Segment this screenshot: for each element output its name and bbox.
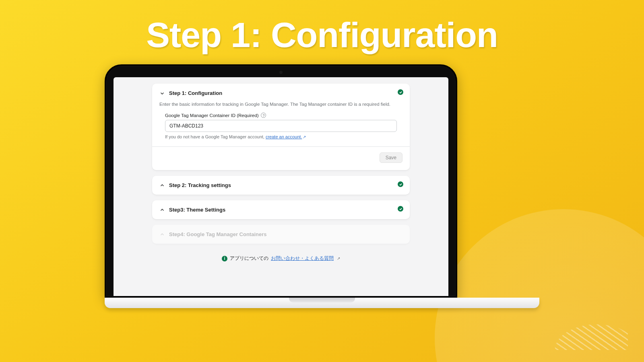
step3-title: Step3: Theme Settings bbox=[169, 207, 225, 213]
container-id-helper: If you do not have a Google Tag Manager … bbox=[165, 134, 397, 139]
container-id-label: Google Tag Manager Container ID (Require… bbox=[165, 113, 397, 118]
step1-card: Step 1: Configuration Enter the basic in… bbox=[152, 84, 410, 170]
step2-title: Step 2: Tracking settings bbox=[169, 182, 231, 188]
laptop-mockup: Step 1: Configuration Enter the basic in… bbox=[105, 64, 539, 308]
step4-card: Step4: Google Tag Manager Containers bbox=[152, 225, 410, 244]
footer-help-link[interactable]: お問い合わせ・よくある質問 bbox=[271, 255, 334, 262]
chevron-up-icon bbox=[159, 183, 165, 188]
external-link-icon: ↗ bbox=[303, 135, 306, 139]
step4-title: Step4: Google Tag Manager Containers bbox=[169, 231, 266, 237]
step1-title: Step 1: Configuration bbox=[169, 90, 222, 96]
help-icon[interactable]: ? bbox=[261, 113, 266, 118]
step1-description: Enter the basic information for tracking… bbox=[159, 101, 402, 108]
chevron-up-icon bbox=[159, 232, 165, 237]
step1-body: Enter the basic information for tracking… bbox=[152, 101, 410, 170]
laptop-lid: Step 1: Configuration Enter the basic in… bbox=[105, 64, 457, 298]
laptop-base bbox=[105, 298, 539, 308]
container-id-label-text: Google Tag Manager Container ID (Require… bbox=[165, 113, 258, 118]
create-account-link[interactable]: create an account. bbox=[266, 134, 302, 139]
chevron-down-icon bbox=[159, 90, 165, 96]
step3-header[interactable]: Step3: Theme Settings bbox=[152, 200, 410, 219]
footer-help-line: i アプリについてのお問い合わせ・よくある質問 ↗ bbox=[152, 255, 410, 262]
helper-prefix: If you do not have a Google Tag Manager … bbox=[165, 134, 266, 139]
step2-card: Step 2: Tracking settings bbox=[152, 176, 410, 195]
chevron-up-icon bbox=[159, 207, 165, 213]
save-button[interactable]: Save bbox=[380, 152, 402, 163]
container-id-input[interactable] bbox=[165, 120, 397, 132]
footer-prefix: アプリについての bbox=[230, 255, 268, 262]
hero-title: Step 1: Configuration bbox=[0, 14, 644, 56]
external-link-icon: ↗ bbox=[337, 256, 340, 261]
step2-header[interactable]: Step 2: Tracking settings bbox=[152, 176, 410, 195]
status-complete-icon bbox=[398, 89, 403, 95]
info-icon: i bbox=[222, 256, 227, 261]
step4-header: Step4: Google Tag Manager Containers bbox=[152, 225, 410, 244]
app-screen: Step 1: Configuration Enter the basic in… bbox=[114, 77, 448, 296]
step3-card: Step3: Theme Settings bbox=[152, 200, 410, 219]
app-content: Step 1: Configuration Enter the basic in… bbox=[152, 84, 410, 262]
step1-header[interactable]: Step 1: Configuration bbox=[152, 84, 410, 103]
